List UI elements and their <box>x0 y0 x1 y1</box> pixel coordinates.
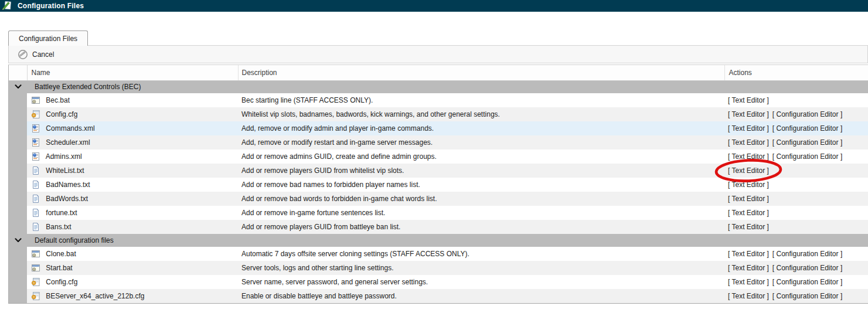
bat-file-icon <box>31 249 40 259</box>
table-row-beserver_x64_active_212b.cfg: BEServer_x64_active_212b.cfg Enable or d… <box>9 289 868 303</box>
app-header-bar: Configuration Files <box>0 0 868 12</box>
actions-cell: [ Text Editor ] <box>724 192 868 206</box>
configuration-editor-link[interactable]: [ Configuration Editor ] <box>772 124 842 132</box>
column-header-name: Name <box>27 65 238 80</box>
file-name: fortune.txt <box>46 209 77 217</box>
chevron-down-icon[interactable] <box>15 84 22 89</box>
row-gutter <box>9 261 27 275</box>
bat-file-icon <box>31 263 40 273</box>
file-name: Bans.txt <box>46 223 71 231</box>
table-row-badnames.txt: BadNames.txt Add or remove bad names to … <box>9 178 868 192</box>
text-editor-link[interactable]: [ Text Editor ] <box>728 195 769 203</box>
actions-cell: [ Text Editor ][ Configuration Editor ] <box>724 247 868 261</box>
actions-cell: [ Text Editor ] <box>724 164 868 178</box>
column-header-description: Description <box>238 65 724 80</box>
table-row-admins.xml: Admins.xml Add or remove admins GUID, cr… <box>9 149 868 164</box>
actions-cell: [ Text Editor ] <box>724 220 868 234</box>
configuration-editor-link[interactable]: [ Configuration Editor ] <box>772 110 842 118</box>
configuration-editor-link[interactable]: [ Configuration Editor ] <box>772 292 842 300</box>
table-row-scheduler.xml: Scheduler.xml Add, remove or modify rest… <box>9 135 868 149</box>
table-header-row: Name Description Actions <box>9 65 868 80</box>
file-description: Bec starting line (STAFF ACCESS ONLY). <box>238 93 724 107</box>
text-editor-link[interactable]: [ Text Editor ] <box>728 138 769 147</box>
file-description: Whitelist vip slots, badnames, badwords,… <box>238 107 724 121</box>
group-expand-cell[interactable] <box>9 80 27 93</box>
cfg-file-icon <box>31 110 40 119</box>
txt-file-icon <box>31 208 40 218</box>
file-name: BadWords.txt <box>46 195 88 203</box>
row-gutter <box>9 93 27 107</box>
tab-configuration-files[interactable]: Configuration Files <box>8 30 88 46</box>
table-row-clone.bat: Clone.bat Automatic 7 days offsite serve… <box>9 247 868 261</box>
configuration-editor-link[interactable]: [ Configuration Editor ] <box>772 250 842 258</box>
row-gutter <box>9 247 27 261</box>
text-editor-link[interactable]: [ Text Editor ] <box>728 110 769 118</box>
row-gutter <box>9 220 27 234</box>
text-editor-link[interactable]: [ Text Editor ] <box>728 181 769 189</box>
table-row-fortune.txt: fortune.txt Add or remove in-game fortun… <box>9 206 868 220</box>
file-name: Bec.bat <box>46 96 70 104</box>
cancel-button[interactable]: Cancel <box>18 49 54 60</box>
xml-file-icon <box>31 124 40 133</box>
configuration-editor-link[interactable]: [ Configuration Editor ] <box>772 264 842 272</box>
text-editor-link[interactable]: [ Text Editor ] <box>728 292 769 300</box>
file-description: Add or remove bad words to forbidden in-… <box>238 192 724 206</box>
toolbar: Cancel <box>8 45 868 63</box>
actions-cell: [ Text Editor ] <box>724 178 868 192</box>
file-description: Automatic 7 days offsite server cloning … <box>238 247 724 261</box>
file-name: BEServer_x64_active_212b.cfg <box>46 292 144 300</box>
actions-cell: [ Text Editor ][ Configuration Editor ] <box>724 261 868 275</box>
text-editor-link[interactable]: [ Text Editor ] <box>728 223 769 231</box>
actions-cell: [ Text Editor ][ Configuration Editor ] <box>724 135 868 149</box>
actions-cell: [ Text Editor ][ Configuration Editor ] <box>724 107 868 121</box>
expand-column-header <box>9 65 27 80</box>
file-name: Clone.bat <box>46 250 76 258</box>
table-row-config.cfg: Config.cfg Server name, server password,… <box>9 275 868 289</box>
txt-file-icon <box>31 222 40 232</box>
row-gutter <box>9 107 27 121</box>
group-expand-cell[interactable] <box>9 234 27 247</box>
group-label: Battleye Extended Controls (BEC) <box>27 80 868 93</box>
row-gutter <box>9 135 27 149</box>
chevron-down-icon[interactable] <box>15 238 22 243</box>
cfg-file-icon <box>31 277 40 287</box>
row-gutter <box>9 178 27 192</box>
group-header-row-default-configuration-files[interactable]: Default configuration files <box>9 234 868 247</box>
edit-document-icon <box>1 1 12 11</box>
table-row-start.bat: Start.bat Server tools, logs and other s… <box>9 261 868 275</box>
group-header-row-battleye-extended-controls-(be[interactable]: Battleye Extended Controls (BEC) <box>9 80 868 93</box>
table-row-commands.xml: Commands.xml Add, remove or modify admin… <box>9 121 868 135</box>
text-editor-link[interactable]: [ Text Editor ] <box>728 96 769 104</box>
text-editor-link[interactable]: [ Text Editor ] <box>728 264 769 272</box>
text-editor-link[interactable]: [ Text Editor ] <box>728 152 769 161</box>
txt-file-icon <box>31 194 40 203</box>
config-files-table: Name Description Actions Battleye Extend… <box>8 64 868 304</box>
file-name: Admins.xml <box>46 152 82 161</box>
file-name: Scheduler.xml <box>46 138 90 147</box>
configuration-editor-link[interactable]: [ Configuration Editor ] <box>772 138 842 147</box>
actions-cell: [ Text Editor ][ Configuration Editor ] <box>724 275 868 289</box>
table-row-whitelist.txt: WhiteList.txt Add or remove players GUID… <box>9 164 868 178</box>
text-editor-link[interactable]: [ Text Editor ] <box>728 278 769 286</box>
text-editor-link[interactable]: [ Text Editor ] <box>728 209 769 217</box>
file-description: Add or remove admins GUID, create and de… <box>238 149 724 164</box>
text-editor-link[interactable]: [ Text Editor ] <box>728 250 769 258</box>
row-gutter <box>9 206 27 220</box>
file-name: Start.bat <box>46 264 72 272</box>
file-name: Commands.xml <box>46 124 94 132</box>
xml-file-icon <box>31 152 40 161</box>
group-label: Default configuration files <box>27 234 868 247</box>
file-description: Add or remove bad names to forbidden pla… <box>238 178 724 192</box>
table-body: Battleye Extended Controls (BEC) Bec.bat… <box>9 80 868 303</box>
file-name: Config.cfg <box>46 110 77 118</box>
file-name: Config.cfg <box>46 278 77 286</box>
configuration-editor-link[interactable]: [ Configuration Editor ] <box>772 152 842 161</box>
text-editor-link[interactable]: [ Text Editor ] <box>728 167 769 175</box>
bat-file-icon <box>31 96 40 105</box>
cfg-file-icon <box>31 291 40 301</box>
actions-cell: [ Text Editor ][ Configuration Editor ] <box>724 121 868 135</box>
row-gutter <box>9 289 27 303</box>
text-editor-link[interactable]: [ Text Editor ] <box>728 124 769 132</box>
actions-cell: [ Text Editor ] <box>724 93 868 107</box>
configuration-editor-link[interactable]: [ Configuration Editor ] <box>772 278 842 286</box>
